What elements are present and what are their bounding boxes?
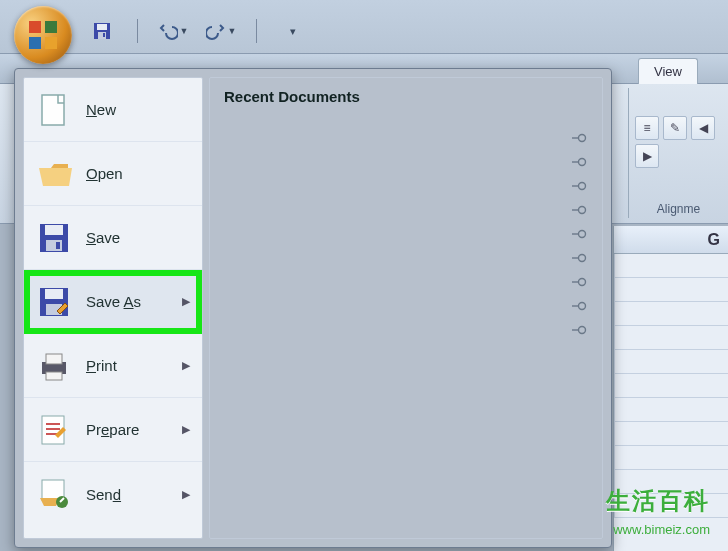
recent-documents-list [224, 113, 588, 337]
cell[interactable] [614, 422, 728, 445]
menu-item-label: Save [86, 229, 120, 246]
watermark-text: 生活百科 [606, 485, 710, 517]
svg-point-28 [579, 207, 586, 214]
undo-dropdown-caret-icon[interactable]: ▼ [180, 26, 189, 36]
save-as-disk-icon [36, 284, 72, 320]
cell[interactable] [614, 254, 728, 277]
svg-rect-12 [56, 242, 60, 249]
quick-access-toolbar: ▼ ▼ ▾ [85, 18, 309, 44]
redo-dropdown-caret-icon[interactable]: ▼ [228, 26, 237, 36]
menu-item-save-as[interactable]: Save As ▶ [24, 270, 202, 334]
qat-customize-caret-icon: ▾ [290, 25, 296, 38]
column-header[interactable]: G [614, 226, 728, 254]
qat-redo-button[interactable]: ▼ [204, 18, 238, 44]
pin-icon[interactable] [570, 227, 588, 241]
indent-increase-button[interactable]: ▶ [635, 144, 659, 168]
save-disk-icon [36, 220, 72, 256]
redo-icon [206, 21, 226, 41]
svg-point-30 [579, 231, 586, 238]
send-mail-icon [36, 476, 72, 512]
svg-rect-10 [45, 225, 63, 235]
svg-rect-17 [46, 354, 62, 364]
office-menu-left-panel: New Open Save Save As ▶ Print [23, 77, 203, 539]
office-button[interactable] [14, 6, 72, 64]
svg-point-38 [579, 327, 586, 334]
svg-point-34 [579, 279, 586, 286]
pin-icon[interactable] [570, 299, 588, 313]
cell[interactable] [614, 350, 728, 373]
svg-rect-5 [97, 24, 107, 30]
office-menu: New Open Save Save As ▶ Print [14, 68, 612, 548]
svg-rect-0 [29, 21, 41, 33]
menu-item-label: Open [86, 165, 123, 182]
submenu-arrow-icon: ▶ [182, 295, 190, 308]
qat-separator [256, 19, 257, 43]
new-document-icon [36, 92, 72, 128]
save-icon [92, 21, 112, 41]
pin-icon[interactable] [570, 131, 588, 145]
cell[interactable] [614, 446, 728, 469]
prepare-document-icon [36, 412, 72, 448]
qat-undo-button[interactable]: ▼ [156, 18, 190, 44]
menu-item-label: New [86, 101, 116, 118]
title-bar: ▼ ▼ ▾ [0, 0, 728, 54]
pin-icon[interactable] [570, 155, 588, 169]
pin-icon[interactable] [570, 251, 588, 265]
submenu-arrow-icon: ▶ [182, 423, 190, 436]
menu-item-prepare[interactable]: Prepare ▶ [24, 398, 202, 462]
indent-decrease-button[interactable]: ◀ [691, 116, 715, 140]
pin-icon[interactable] [570, 275, 588, 289]
pin-icon[interactable] [570, 323, 588, 337]
svg-rect-14 [45, 289, 63, 299]
cell[interactable] [614, 302, 728, 325]
pin-icon[interactable] [570, 179, 588, 193]
align-btn-1[interactable]: ≡ [635, 116, 659, 140]
recent-documents-panel: Recent Documents [209, 77, 603, 539]
svg-point-26 [579, 183, 586, 190]
svg-point-21 [56, 496, 68, 508]
recent-documents-header: Recent Documents [224, 88, 588, 105]
menu-item-send[interactable]: Send ▶ [24, 462, 202, 526]
watermark-url: www.bimeiz.com [613, 522, 710, 537]
svg-rect-8 [42, 95, 64, 125]
qat-separator [137, 19, 138, 43]
menu-item-label: Save As [86, 293, 141, 310]
menu-item-open[interactable]: Open [24, 142, 202, 206]
menu-item-label: Print [86, 357, 117, 374]
align-btn-2[interactable]: ✎ [663, 116, 687, 140]
qat-save-button[interactable] [85, 18, 119, 44]
cell[interactable] [614, 398, 728, 421]
tab-view[interactable]: View [638, 58, 698, 84]
svg-point-36 [579, 303, 586, 310]
cell[interactable] [614, 374, 728, 397]
ribbon-group-alignment: ≡ ✎ ◀ ▶ Alignme [628, 88, 728, 218]
submenu-arrow-icon: ▶ [182, 488, 190, 501]
menu-item-label: Send [86, 486, 121, 503]
svg-point-24 [579, 159, 586, 166]
menu-item-label: Prepare [86, 421, 139, 438]
menu-item-new[interactable]: New [24, 78, 202, 142]
submenu-arrow-icon: ▶ [182, 359, 190, 372]
open-folder-icon [36, 156, 72, 192]
qat-customize-button[interactable]: ▾ [275, 18, 309, 44]
svg-point-32 [579, 255, 586, 262]
svg-rect-7 [103, 33, 105, 37]
svg-point-22 [579, 135, 586, 142]
cell[interactable] [614, 326, 728, 349]
printer-icon [36, 348, 72, 384]
ribbon-group-label: Alignme [629, 202, 728, 216]
menu-item-save[interactable]: Save [24, 206, 202, 270]
svg-rect-18 [46, 372, 62, 380]
svg-rect-2 [29, 37, 41, 49]
pin-icon[interactable] [570, 203, 588, 217]
svg-rect-3 [45, 37, 57, 49]
cell[interactable] [614, 278, 728, 301]
svg-rect-1 [45, 21, 57, 33]
menu-item-print[interactable]: Print ▶ [24, 334, 202, 398]
undo-icon [158, 21, 178, 41]
office-logo-icon [27, 19, 59, 51]
